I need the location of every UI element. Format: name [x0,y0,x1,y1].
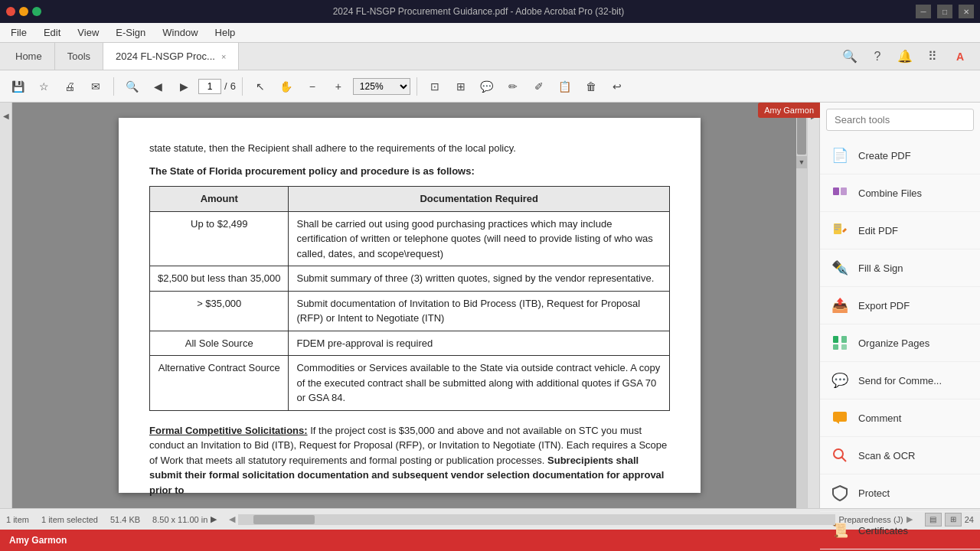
save-button[interactable]: 💾 [6,75,29,98]
tab-doc-label: 2024 FL-NSGP Proc... [116,51,215,62]
protect-icon [829,482,851,504]
svg-rect-7 [833,336,838,343]
create-pdf-tool[interactable]: 📄 Create PDF [820,137,980,174]
menu-esign[interactable]: E-Sign [108,25,153,40]
organize-pages-tool[interactable]: Organize Pages [820,324,980,362]
help-icon[interactable]: ? [867,46,888,67]
table-row: Alternative Contract Source Commodities … [150,356,670,411]
table-header-doc: Documentation Required [289,187,670,212]
vertical-scrollbar[interactable]: ▲ ▼ [796,103,807,508]
formal-paragraph: Formal Competitive Solicitations: If the… [149,423,670,498]
table-row: Up to $2,499 Shall be carried out using … [150,211,670,266]
page-input[interactable] [198,79,221,94]
sep2 [242,77,243,96]
comment-button[interactable]: 💬 [475,75,498,98]
zoom-select[interactable]: 125% 50% 75% 100% 150% 200% [353,78,410,95]
notifications-icon[interactable]: 🔔 [894,46,916,67]
delete-button[interactable]: 🗑 [580,75,603,98]
title-controls[interactable]: ─ □ ✕ [916,5,974,18]
menu-file[interactable]: File [3,25,34,40]
fit-page-button[interactable]: ⊡ [423,75,446,98]
svg-rect-11 [833,412,847,422]
edit-pdf-tool[interactable]: Edit PDF [820,212,980,249]
send-comment-icon: 💬 [829,370,851,391]
acrobat-icon[interactable]: 🔍 [839,46,861,67]
tab-document[interactable]: 2024 FL-NSGP Proc... × [103,43,239,70]
left-expand-arrow[interactable]: ◀ [3,112,9,120]
document-scroll[interactable]: state statute, then the Recipient shall … [12,103,807,508]
highlight-button[interactable]: ✏ [501,75,524,98]
profile-icon[interactable]: A [949,46,971,67]
select-tool[interactable]: ↖ [249,75,272,98]
document-page: state statute, then the Recipient shall … [119,118,701,493]
close-dot[interactable] [6,7,15,16]
tab-home[interactable]: Home [3,43,55,70]
amy-badge-name: Amy Garmon [764,106,814,115]
items-count: 1 item [6,515,29,524]
fill-sign-icon: ✒️ [829,257,851,279]
scan-ocr-label: Scan & OCR [858,450,915,461]
email-button[interactable]: ✉ [84,75,107,98]
svg-rect-8 [841,336,847,343]
svg-rect-3 [835,224,841,226]
zoom-in-button[interactable]: + [327,75,350,98]
svg-rect-5 [835,229,838,230]
prev-page-button[interactable]: ◀ [146,75,169,98]
zoom-out-button[interactable]: 🔍 [120,75,143,98]
page-total: 6 [230,80,236,92]
bottom-scroll-thumb[interactable] [253,515,315,524]
fill-sign-tool[interactable]: ✒️ Fill & Sign [820,249,980,287]
export-pdf-tool[interactable]: 📤 Export PDF [820,287,980,324]
certificates-tool[interactable]: 📜 Certificates [820,512,980,549]
tab-tools[interactable]: Tools [55,43,103,70]
menu-view[interactable]: View [70,25,106,40]
protect-tool[interactable]: Protect [820,474,980,512]
bottom-scroll-track[interactable] [238,514,835,525]
scroll-left-btn[interactable]: ◀ [229,514,235,524]
restore-button[interactable]: □ [937,5,952,18]
minimize-dot[interactable] [19,7,28,16]
menu-help[interactable]: Help [207,25,243,40]
doc-cell-2: Submit documentation of Invitation to Bi… [289,291,670,331]
scroll-down-button[interactable]: ▼ [796,156,807,168]
scan-ocr-tool[interactable]: Scan & OCR [820,437,980,474]
menu-edit[interactable]: Edit [36,25,68,40]
svg-rect-0 [833,187,839,195]
comment-tool[interactable]: Comment [820,399,980,437]
table-row: $2,500 but less than 35,000 Submit summa… [150,266,670,292]
tools-list: 📄 Create PDF Combine Files Edit PDF ✒️ F… [820,137,980,549]
bookmark-button[interactable]: ☆ [32,75,55,98]
search-tools-input[interactable] [826,109,974,131]
amount-cell-2: > $35,000 [150,291,289,331]
draw-button[interactable]: ✐ [528,75,550,98]
tab-bar: Home Tools 2024 FL-NSGP Proc... × 🔍 ? 🔔 … [0,43,980,70]
undo-button[interactable]: ↩ [606,75,629,98]
edit-pdf-icon [829,220,851,241]
amount-cell-4: Alternative Contract Source [150,356,289,411]
menu-bar: File Edit View E-Sign Window Help [0,23,980,43]
pan-tool[interactable]: ✋ [275,75,298,98]
bottom-scroll-area[interactable]: ◀ Preparedness (J) ▶ [229,514,912,525]
close-button[interactable]: ✕ [959,5,974,18]
stamp-button[interactable]: 📋 [554,75,577,98]
export-pdf-icon: 📤 [829,295,851,316]
next-page-button[interactable]: ▶ [172,75,195,98]
maximize-dot[interactable] [32,7,41,16]
svg-marker-12 [836,422,839,424]
apps-icon[interactable]: ⠿ [922,46,943,67]
expand-icon[interactable]: ▶ [211,514,217,524]
combine-files-tool[interactable]: Combine Files [820,174,980,212]
scroll-thumb[interactable] [797,116,806,155]
zoom-out2-button[interactable]: − [301,75,324,98]
doc-cell-3: FDEM pre-approval is required [289,331,670,356]
send-comment-tool[interactable]: 💬 Send for Comme... [820,362,980,399]
tab-close-button[interactable]: × [221,52,226,61]
doc-cell-1: Submit summary of three (3) written quot… [289,266,670,292]
document-area[interactable]: state statute, then the Recipient shall … [12,103,807,508]
window-controls[interactable] [6,7,41,16]
comment-icon [829,407,851,429]
marquee-tool[interactable]: ⊞ [449,75,472,98]
print-button[interactable]: 🖨 [58,75,81,98]
minimize-button[interactable]: ─ [916,5,931,18]
menu-window[interactable]: Window [155,25,205,40]
